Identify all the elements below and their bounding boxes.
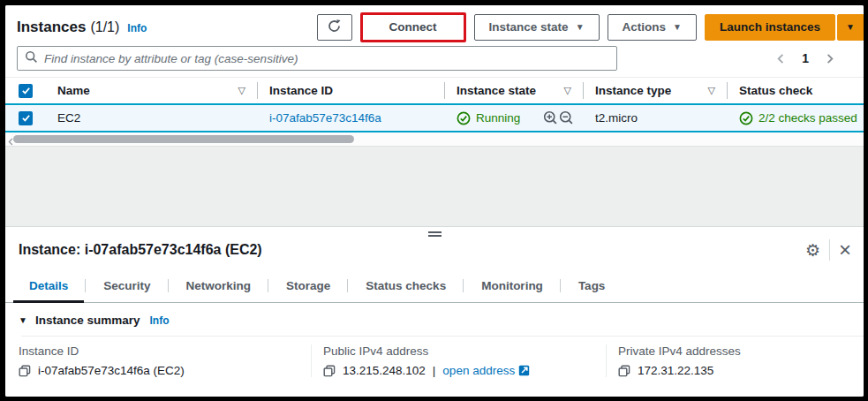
row-select-cell [5,105,46,131]
select-all-checkbox[interactable] [19,84,33,98]
instance-summary-section: ▼ Instance summary Info Instance ID i-07… [5,303,864,377]
row-checkbox[interactable] [19,111,33,125]
empty-area [5,147,864,226]
sort-icon[interactable]: ▽ [708,85,715,96]
connect-annotation-highlight: Connect [360,12,466,42]
scrollbar-thumb[interactable] [13,135,354,143]
info-link[interactable]: Info [149,314,169,327]
tab-storage[interactable]: Storage [268,271,348,302]
launch-instances-button[interactable]: Launch instances [705,14,835,41]
launch-instances-split-dropdown[interactable]: ▼ [837,14,864,41]
instances-list-section: Instances (1/1) Info Connect Instance st… [5,5,864,147]
tab-status-checks[interactable]: Status checks [348,271,464,302]
current-page: 1 [802,51,809,65]
check-icon [21,86,31,95]
status-ok-icon [457,111,471,125]
tab-details[interactable]: Details [11,271,86,302]
chevron-right-icon [823,52,836,65]
field-private-ipv4: Private IPv4 addresses 172.31.22.135 [606,344,864,377]
info-link[interactable]: Info [127,22,147,34]
instance-state-dropdown[interactable]: Instance state ▼ [474,14,600,41]
tab-tags[interactable]: Tags [561,271,623,302]
gear-icon[interactable]: ⚙ [805,242,820,259]
tab-networking[interactable]: Networking [169,271,269,302]
cell-name: EC2 [46,105,258,131]
column-label: Name [57,84,90,97]
title-group: Instances (1/1) Info [17,19,317,36]
prev-page-button[interactable] [774,52,788,65]
horizontal-scrollbar[interactable] [5,132,864,147]
field-label: Instance ID [19,344,302,358]
separator: | [433,364,436,377]
search-row: 1 [5,44,864,77]
status-check-passed: 2/2 checks passed [739,111,857,125]
instance-id-link[interactable]: i-07afab57e73c14f6a [269,111,381,125]
column-header-status-check[interactable]: Status check [728,78,864,103]
tab-monitoring[interactable]: Monitoring [464,271,561,302]
panel-tabs: Details Security Networking Storage Stat… [5,271,864,303]
close-icon[interactable]: × [839,241,851,259]
column-label: Instance ID [269,84,333,97]
instance-summary-header[interactable]: ▼ Instance summary Info [19,314,864,327]
search-icon [25,50,38,67]
instance-count: (1/1) [90,19,119,35]
chevron-down-icon: ▼ [576,23,585,32]
search-box[interactable] [17,46,617,71]
zoom-in-icon[interactable] [543,110,558,125]
chevron-down-icon: ▼ [846,23,855,32]
next-page-button[interactable] [823,52,836,65]
field-instance-id: Instance ID i-07afab57e73c14f6a (EC2) [19,344,311,377]
zoom-out-icon[interactable] [559,110,574,125]
column-header-instance-id[interactable]: Instance ID [258,78,445,103]
field-value: 172.31.22.135 [618,364,855,377]
instance-state-label: Instance state [489,20,569,34]
summary-heading: Instance summary [35,314,140,327]
public-ip-value: 13.215.248.102 [343,364,426,377]
copy-icon[interactable] [618,365,630,377]
actions-dropdown[interactable]: Actions ▼ [608,14,697,41]
column-header-instance-type[interactable]: Instance type ▽ [584,78,728,103]
instance-details-panel: Instance: i-07afab57e73c14f6a (EC2) ⚙ × … [5,226,864,397]
cell-instance-state: Running [445,105,584,131]
toolbar: Instances (1/1) Info Connect Instance st… [5,5,864,44]
copy-icon[interactable] [19,365,31,377]
table-row[interactable]: EC2 i-07afab57e73c14f6a Running t2.micro… [5,103,864,132]
connect-button[interactable]: Connect [363,15,464,40]
field-value: i-07afab57e73c14f6a (EC2) [19,364,302,377]
cell-instance-type: t2.micro [584,105,728,131]
refresh-icon [327,19,342,36]
panel-header: Instance: i-07afab57e73c14f6a (EC2) ⚙ × [5,237,864,268]
field-label: Public IPv4 address [323,344,597,358]
column-header-name[interactable]: Name ▽ [46,78,258,103]
cell-status-check: 2/2 checks passed [728,105,864,131]
field-label: Private IPv4 addresses [618,344,855,358]
divider [829,239,830,261]
page-title: Instances [17,19,86,36]
check-icon [21,113,31,123]
column-header-instance-state[interactable]: Instance state ▽ [445,78,584,103]
column-label: Instance type [595,84,671,97]
select-all-cell [5,78,46,103]
panel-actions: ⚙ × [805,239,851,261]
sort-icon[interactable]: ▽ [564,85,571,96]
open-address-link[interactable]: open address [442,364,530,377]
tab-security[interactable]: Security [86,271,168,302]
external-link-icon [518,365,530,376]
aws-console-window: Instances (1/1) Info Connect Instance st… [5,5,864,397]
open-address-label: open address [442,364,515,377]
field-value: 13.215.248.102 | open address [323,364,597,377]
sort-icon[interactable]: ▽ [238,85,245,96]
refresh-button[interactable] [317,14,352,41]
search-input[interactable] [44,52,609,65]
copy-icon[interactable] [323,365,336,377]
status-check-label: 2/2 checks passed [759,111,857,125]
state-label: Running [476,111,520,125]
cell-instance-id: i-07afab57e73c14f6a [258,105,445,131]
pagination: 1 [774,51,836,65]
collapse-triangle-icon[interactable]: ▼ [19,315,27,325]
zoom-controls [543,110,574,125]
summary-fields: Instance ID i-07afab57e73c14f6a (EC2) Pu… [19,344,864,377]
instance-id-value: i-07afab57e73c14f6a (EC2) [38,364,185,377]
column-label: Status check [739,84,812,97]
status-ok-icon [739,111,753,125]
